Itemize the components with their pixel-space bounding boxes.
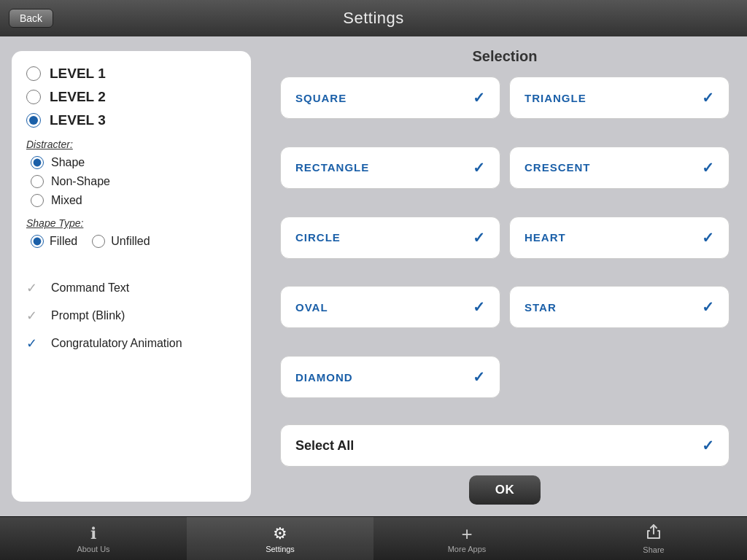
unfilled-row[interactable]: Unfilled <box>92 235 150 248</box>
tab-settings[interactable]: ⚙ Settings <box>187 517 374 560</box>
share-icon <box>646 524 662 544</box>
tab-bar: ℹ About Us ⚙ Settings + More Apps Share <box>0 516 747 560</box>
tab-more-apps[interactable]: + More Apps <box>374 517 560 560</box>
congrat-anim-label: Congratulatory Animation <box>51 337 182 350</box>
info-icon: ℹ <box>90 524 96 543</box>
level2-label: LEVEL 2 <box>50 89 106 105</box>
filled-radio[interactable] <box>31 235 44 248</box>
command-text-check-icon: ✓ <box>26 280 42 296</box>
level1-radio[interactable] <box>26 66 41 81</box>
right-panel: Selection SQUARE ✓ TRIANGLE ✓ RECTANGLE … <box>263 36 747 516</box>
shape-type-group: Filled Unfilled <box>26 235 236 248</box>
heart-label: HEART <box>525 231 566 244</box>
crescent-check: ✓ <box>702 159 714 176</box>
level2-radio[interactable] <box>26 90 41 104</box>
circle-check: ✓ <box>473 229 485 246</box>
crescent-button[interactable]: CRESCENT ✓ <box>509 147 729 189</box>
square-label: SQUARE <box>295 92 347 104</box>
level-group: LEVEL 1 LEVEL 2 LEVEL 3 <box>26 66 236 128</box>
tab-more-apps-label: More Apps <box>448 545 487 553</box>
distracter-mixed-label: Mixed <box>51 194 82 207</box>
star-button[interactable]: STAR ✓ <box>509 286 729 328</box>
unfilled-radio[interactable] <box>92 235 105 248</box>
distracter-shape-label: Shape <box>51 156 85 169</box>
tab-about[interactable]: ℹ About Us <box>0 517 187 560</box>
square-button[interactable]: SQUARE ✓ <box>280 77 500 119</box>
oval-label: OVAL <box>295 301 328 314</box>
filled-label: Filled <box>50 235 77 248</box>
gear-icon: ⚙ <box>273 524 287 543</box>
bottom-row: Select All ✓ OK <box>280 424 729 505</box>
header-title: Settings <box>343 9 404 28</box>
main-content: LEVEL 1 LEVEL 2 LEVEL 3 Distracter: Shap… <box>0 36 747 516</box>
select-all-label: Select All <box>295 438 354 454</box>
shapes-grid: SQUARE ✓ TRIANGLE ✓ RECTANGLE ✓ CRESCENT… <box>280 77 729 417</box>
command-text-row[interactable]: ✓ Command Text <box>26 280 236 296</box>
star-label: STAR <box>525 301 557 314</box>
crescent-label: CRESCENT <box>525 161 591 174</box>
distracter-nonshape-radio[interactable] <box>31 175 44 188</box>
distracter-nonshape-label: Non-Shape <box>51 175 110 188</box>
prompt-blink-label: Prompt (Blink) <box>51 309 125 322</box>
triangle-check: ✓ <box>702 89 714 106</box>
square-check: ✓ <box>473 89 485 106</box>
distracter-mixed-row[interactable]: Mixed <box>26 194 236 207</box>
triangle-label: TRIANGLE <box>525 92 587 104</box>
heart-button[interactable]: HEART ✓ <box>509 217 729 259</box>
congrat-anim-check-icon: ✓ <box>26 335 42 351</box>
distracter-shape-row[interactable]: Shape <box>26 156 236 169</box>
prompt-blink-row[interactable]: ✓ Prompt (Blink) <box>26 308 236 324</box>
distracter-shape-radio[interactable] <box>31 156 44 169</box>
circle-button[interactable]: CIRCLE ✓ <box>280 217 500 259</box>
app-header: Back Settings <box>0 0 747 36</box>
circle-label: CIRCLE <box>295 231 341 244</box>
level3-row[interactable]: LEVEL 3 <box>26 112 236 128</box>
distracter-mixed-radio[interactable] <box>31 194 44 207</box>
level2-row[interactable]: LEVEL 2 <box>26 89 236 105</box>
tab-settings-label: Settings <box>266 545 295 553</box>
level1-row[interactable]: LEVEL 1 <box>26 66 236 82</box>
left-panel: LEVEL 1 LEVEL 2 LEVEL 3 Distracter: Shap… <box>0 36 263 516</box>
shape-type-label: Shape Type: <box>26 217 236 229</box>
star-check: ✓ <box>702 298 714 316</box>
oval-button[interactable]: OVAL ✓ <box>280 286 500 328</box>
ok-button[interactable]: OK <box>469 475 541 505</box>
plus-icon: + <box>461 524 472 543</box>
back-button[interactable]: Back <box>9 9 53 28</box>
diamond-check: ✓ <box>473 368 485 386</box>
oval-check: ✓ <box>473 298 485 316</box>
rectangle-button[interactable]: RECTANGLE ✓ <box>280 147 500 189</box>
distracter-label: Distracter: <box>26 139 236 150</box>
tab-about-label: About Us <box>77 545 109 553</box>
level3-radio[interactable] <box>26 113 41 128</box>
distracter-nonshape-row[interactable]: Non-Shape <box>26 175 236 188</box>
filled-row[interactable]: Filled <box>31 235 77 248</box>
rectangle-check: ✓ <box>473 159 485 176</box>
diamond-label: DIAMOND <box>295 371 353 384</box>
unfilled-label: Unfilled <box>111 235 150 248</box>
select-all-button[interactable]: Select All ✓ <box>280 424 729 467</box>
left-card: LEVEL 1 LEVEL 2 LEVEL 3 Distracter: Shap… <box>12 51 251 502</box>
congrat-anim-row[interactable]: ✓ Congratulatory Animation <box>26 335 236 351</box>
diamond-button[interactable]: DIAMOND ✓ <box>280 356 500 398</box>
command-text-label: Command Text <box>51 281 129 295</box>
level3-label: LEVEL 3 <box>50 112 106 128</box>
rectangle-label: RECTANGLE <box>295 161 369 174</box>
triangle-button[interactable]: TRIANGLE ✓ <box>509 77 729 119</box>
tab-share-label: Share <box>643 545 664 554</box>
heart-check: ✓ <box>702 229 714 246</box>
select-all-check: ✓ <box>702 437 714 454</box>
level1-label: LEVEL 1 <box>50 66 106 82</box>
prompt-blink-check-icon: ✓ <box>26 308 42 324</box>
tab-share[interactable]: Share <box>560 517 747 560</box>
selection-title: Selection <box>280 48 729 65</box>
